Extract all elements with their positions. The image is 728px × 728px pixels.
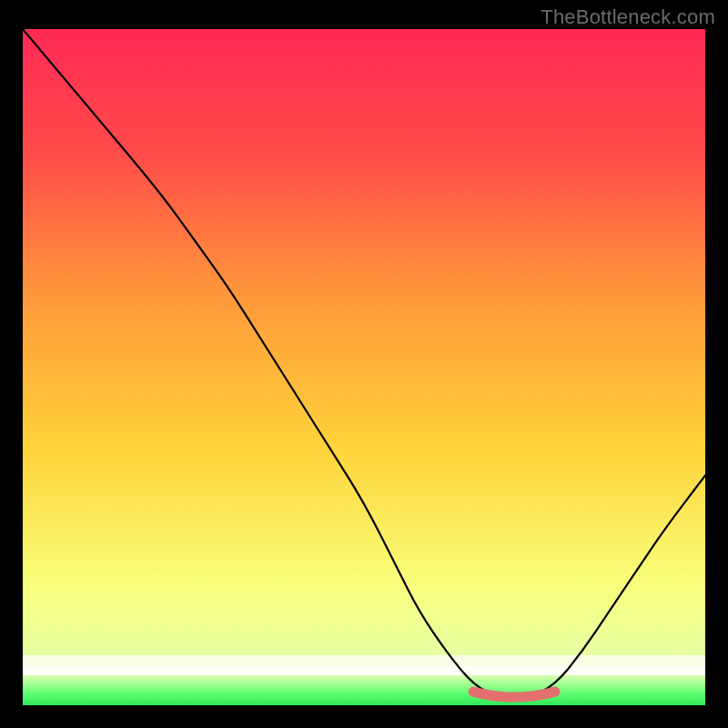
minimum-highlight — [473, 692, 555, 697]
chart-plot-area — [23, 29, 705, 705]
chart-svg — [23, 29, 705, 705]
gradient-background — [23, 29, 705, 705]
watermark-text: TheBottleneck.com — [541, 5, 715, 29]
chart-frame: TheBottleneck.com — [0, 0, 728, 728]
green-bottom-band — [23, 675, 705, 705]
